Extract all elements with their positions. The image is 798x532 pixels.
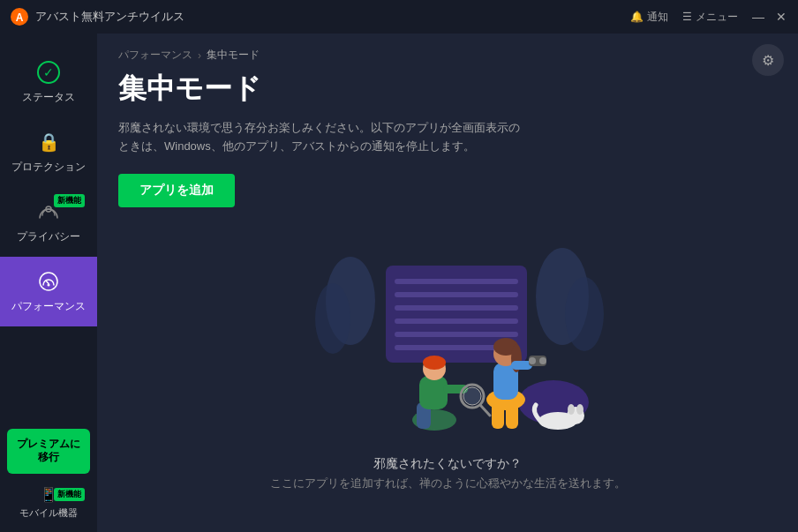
svg-rect-7	[395, 279, 518, 284]
svg-text:A: A	[16, 11, 24, 24]
close-button[interactable]: ✕	[775, 11, 787, 23]
caption-main: 邪魔されたくないですか？	[270, 456, 626, 472]
gear-icon: ⚙	[762, 52, 774, 69]
breadcrumb-parent: パフォーマンス	[118, 48, 192, 63]
check-circle-icon: ✓	[36, 60, 61, 85]
sidebar-item-mobile[interactable]: 新機能 📱 モバイル機器	[0, 481, 97, 525]
title-bar-right: 🔔 通知 ☰ メニュー — ✕	[630, 10, 787, 25]
menu-icon: ☰	[682, 11, 692, 23]
breadcrumb: パフォーマンス › 集中モード	[97, 34, 798, 70]
notification-button[interactable]: 🔔 通知	[630, 10, 668, 25]
main-content: ⚙ パフォーマンス › 集中モード 集中モード 邪魔されない環境で思う存分お楽し…	[97, 34, 798, 532]
illustration-caption: 邪魔されたくないですか？ ここにアプリを追加すれば、禅のように心穏やかな生活を送…	[270, 456, 626, 491]
avast-logo-icon: A	[11, 8, 28, 26]
settings-gear-button[interactable]: ⚙	[752, 44, 784, 76]
caption-sub: ここにアプリを追加すれば、禅のように心穏やかな生活を送れます。	[270, 476, 626, 491]
window-controls: — ✕	[752, 11, 787, 23]
sidebar-item-performance[interactable]: パフォーマンス	[0, 257, 97, 326]
breadcrumb-current: 集中モード	[207, 48, 260, 63]
svg-point-42	[576, 404, 583, 415]
page-description: 邪魔されない環境で思う存分お楽しみください。以下のアプリが全画面表示の ときは、…	[97, 119, 591, 174]
sidebar-label-privacy: プライバシー	[17, 229, 80, 244]
app-title: アバスト無料アンチウイルス	[35, 9, 184, 25]
gauge-icon	[36, 269, 61, 294]
svg-point-16	[565, 277, 604, 351]
desc-line2: ときは、Windows、他のアプリ、アバストからの通知を停止します。	[118, 139, 475, 153]
new-badge-mobile: 新機能	[54, 488, 85, 501]
app-body: ✓ ステータス 🔒 プロテクション 新機能 プライバシー	[0, 34, 798, 532]
minimize-button[interactable]: —	[752, 11, 764, 23]
svg-point-34	[423, 356, 446, 370]
svg-point-37	[463, 387, 481, 405]
new-badge-privacy: 新機能	[54, 194, 85, 207]
sidebar-bottom: プレミアムに 移行 新機能 📱 モバイル機器	[0, 429, 97, 525]
sidebar-label-performance: パフォーマンス	[11, 299, 86, 314]
sidebar: ✓ ステータス 🔒 プロテクション 新機能 プライバシー	[0, 34, 97, 532]
title-bar-left: A アバスト無料アンチウイルス	[11, 8, 184, 26]
sidebar-label-protection: プロテクション	[11, 160, 86, 175]
svg-rect-10	[395, 318, 518, 324]
svg-rect-11	[395, 332, 518, 337]
svg-rect-8	[395, 292, 518, 297]
sidebar-item-status[interactable]: ✓ ステータス	[0, 48, 97, 117]
menu-button[interactable]: ☰ メニュー	[682, 10, 738, 25]
sidebar-item-protection[interactable]: 🔒 プロテクション	[0, 117, 97, 187]
illustration-area: 邪魔されたくないですか？ ここにアプリを追加すれば、禅のように心穏やかな生活を送…	[97, 225, 798, 532]
page-title: 集中モード	[97, 70, 798, 119]
add-app-button[interactable]: アプリを追加	[118, 174, 235, 207]
premium-upgrade-button[interactable]: プレミアムに 移行	[7, 429, 90, 474]
illustration-image	[280, 248, 615, 442]
svg-line-38	[480, 405, 490, 416]
svg-point-3	[40, 273, 57, 290]
svg-point-29	[539, 357, 546, 364]
svg-line-5	[46, 281, 49, 284]
bell-icon: 🔔	[630, 11, 644, 23]
desc-line1: 邪魔されない環境で思う存分お楽しみください。以下のアプリが全画面表示の	[118, 121, 520, 134]
lock-icon: 🔒	[36, 130, 61, 154]
svg-rect-9	[395, 305, 518, 311]
svg-rect-32	[419, 376, 448, 409]
title-bar: A アバスト無料アンチウイルス 🔔 通知 ☰ メニュー — ✕	[0, 0, 798, 34]
svg-point-41	[568, 404, 575, 415]
sidebar-label-status: ステータス	[22, 90, 75, 105]
svg-point-14	[315, 283, 350, 354]
sidebar-label-mobile: モバイル機器	[19, 506, 78, 520]
sidebar-item-privacy[interactable]: 新機能 プライバシー	[0, 187, 97, 257]
svg-point-28	[529, 357, 536, 364]
breadcrumb-separator: ›	[198, 49, 201, 62]
